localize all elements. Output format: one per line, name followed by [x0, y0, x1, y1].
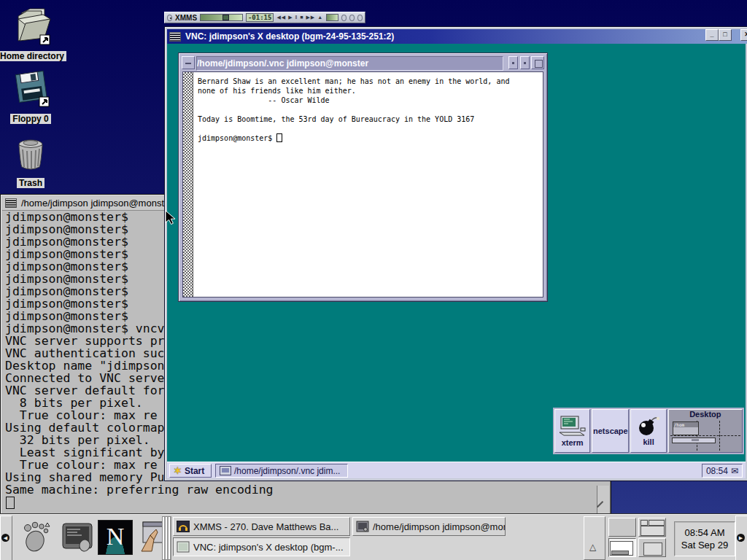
start-button[interactable]: ✶ Start	[169, 464, 212, 478]
floppy-icon	[10, 70, 51, 108]
stick-button[interactable]	[520, 56, 530, 69]
remote-terminal-window[interactable]: /home/jdimpson/.vnc jdimpson@monster Ber…	[178, 52, 548, 302]
desktop-icon-label: Floppy 0	[10, 114, 50, 124]
netscape-launcher[interactable]: netscape	[592, 409, 629, 453]
pager-desk-3-active[interactable]	[608, 538, 636, 557]
pager-desk-1[interactable]	[608, 518, 636, 537]
mail-icon[interactable]: ✉	[731, 466, 738, 476]
window-menu-icon[interactable]	[5, 198, 17, 208]
panel-hide-right-button[interactable]: ▶	[735, 516, 747, 560]
launcher-label: netscape	[593, 427, 628, 435]
prompt-line: jdimpson@monster$	[198, 133, 282, 142]
main-menu-button[interactable]	[18, 519, 53, 554]
desktop-icon-home[interactable]: Home directory	[0, 7, 69, 62]
local-terminal-title: /home/jdimpson jdimpson@monster	[21, 198, 173, 209]
remote-terminal-text: Bernard Shaw is an excellent man; he has…	[198, 77, 509, 124]
local-terminal-cursor	[6, 497, 15, 509]
trash-icon	[12, 136, 49, 172]
minimize-button[interactable]: _	[705, 29, 719, 41]
remote-clock: 08:54 ✉	[702, 464, 743, 478]
xmms-volume-slider[interactable]	[326, 14, 338, 21]
tasklist-handle[interactable]	[162, 516, 171, 560]
task-button-vnc[interactable]: VNC: jdimpson's X desktop (bgm-...	[173, 537, 350, 556]
xmms-shade-bar[interactable]: XMMS -01:15 ◀◀ ▶ ‖ ■ ▶▶ ▲	[164, 12, 365, 23]
resize-corner[interactable]	[597, 486, 609, 515]
arrow-left-icon: ◀	[1, 534, 9, 542]
desktop-icon-trash[interactable]: Trash	[0, 136, 67, 189]
desktop-icon-label: Home directory	[0, 51, 66, 61]
iconify-button[interactable]	[182, 56, 195, 69]
scrollbar[interactable]	[183, 72, 193, 297]
task-button-terminal[interactable]: /home/jdimpson jdimpson@monster	[352, 517, 506, 536]
clock-date: Sat Sep 29	[681, 539, 728, 551]
deskguide-handle[interactable]: △	[584, 516, 605, 560]
triangle-icon: △	[589, 542, 596, 552]
desktop-icon-floppy[interactable]: Floppy 0	[0, 70, 67, 125]
netscape-launcher[interactable]: N	[98, 520, 133, 555]
close-button[interactable]: ✕	[740, 29, 747, 41]
xmms-task-icon	[177, 521, 190, 532]
kill-launcher[interactable]: kill	[630, 409, 666, 453]
remote-pager[interactable]: Desktop /hom	[668, 409, 743, 453]
desk-guide-pager[interactable]	[608, 518, 667, 559]
start-icon: ✶	[174, 465, 182, 476]
mouse-cursor	[165, 210, 177, 226]
arrow-right-icon: ▶	[737, 534, 745, 542]
remote-terminal-title[interactable]: /home/jdimpson/.vnc jdimpson@monster	[196, 56, 503, 71]
vnc-viewer-window[interactable]: VNC: jdimpson's X desktop (bgm-24-95-135…	[164, 26, 747, 481]
xterm-icon	[558, 415, 587, 438]
start-label: Start	[185, 466, 204, 476]
remote-clock-time: 08:54	[706, 466, 728, 476]
xterm-launcher[interactable]: xterm	[554, 409, 590, 453]
gnome-foot-icon	[18, 519, 53, 554]
remote-terminal-body[interactable]: Bernard Shaw is an excellent man; he has…	[182, 71, 543, 298]
netscape-icon: N	[98, 520, 133, 555]
pager-mini-window[interactable]: /hom	[673, 421, 699, 435]
task-label: /home/jdimpson jdimpson@monster	[373, 521, 506, 532]
task-button-xmms[interactable]: XMMS - 270. Dave Matthews Ba...	[173, 517, 350, 536]
remote-task-label: /home/jdimpson/.vnc jdim...	[234, 466, 340, 476]
xmms-time-display: -01:15	[246, 13, 274, 22]
desktop: Home directory Floppy 0	[0, 0, 747, 560]
xmms-title: XMMS	[175, 14, 197, 22]
remote-desktop: /home/jdimpson/.vnc jdimpson@monster Ber…	[167, 44, 746, 478]
xmms-seek-slider[interactable]	[200, 14, 243, 21]
task-label: VNC: jdimpson's X desktop (bgm-...	[193, 542, 344, 553]
panel-hide-left-button[interactable]: ◀	[0, 516, 12, 560]
terminal-window-icon	[220, 466, 231, 475]
pager-mini-taskbar	[672, 438, 716, 443]
xmms-close-button[interactable]	[357, 15, 363, 21]
pager-grid: /hom	[670, 411, 740, 451]
launcher-label: xterm	[562, 438, 584, 447]
remote-button-bar: xterm netscape kill Desktop	[553, 408, 744, 454]
clock-time: 08:54 AM	[685, 526, 725, 539]
xmms-menu-button[interactable]	[167, 15, 172, 21]
bomb-icon	[636, 416, 661, 438]
shade-button[interactable]	[508, 56, 518, 69]
terminal-task-icon	[356, 521, 369, 532]
task-label: XMMS - 270. Dave Matthews Ba...	[193, 521, 338, 532]
desktop-icon-label: Trash	[17, 178, 44, 188]
gnome-panel: ◀ N	[0, 514, 747, 560]
vnc-titlebar[interactable]: VNC: jdimpson's X desktop (bgm-24-95-135…	[167, 29, 747, 44]
maximize-button[interactable]: □	[719, 29, 732, 41]
terminal-launcher[interactable]	[60, 519, 95, 554]
vnc-task-icon	[177, 541, 190, 553]
clock-applet: 08:54 AM Sat Sep 29	[674, 521, 735, 556]
pager-desk-4[interactable]	[638, 538, 666, 557]
remote-task-button[interactable]: /home/jdimpson/.vnc jdim...	[215, 464, 348, 478]
launcher-label: kill	[643, 438, 654, 446]
window-menu-icon[interactable]	[169, 32, 181, 42]
remote-taskbar: ✶ Start /home/jdimpson/.vnc jdim... 08:5…	[167, 462, 746, 478]
xmms-playback-controls[interactable]: ◀◀ ▶ ‖ ■ ▶▶ ▲	[276, 15, 323, 20]
xmms-minimize-button[interactable]	[341, 15, 347, 21]
remote-terminal-cursor	[276, 133, 282, 142]
folder-icon	[11, 7, 53, 45]
xmms-shade-button[interactable]	[349, 15, 355, 21]
vnc-window-title: VNC: jdimpson's X desktop (bgm-24-95-135…	[185, 31, 394, 42]
maximize-button[interactable]	[531, 56, 544, 69]
pager-desk-2[interactable]	[638, 518, 666, 537]
gnome-terminal-icon	[60, 519, 95, 554]
